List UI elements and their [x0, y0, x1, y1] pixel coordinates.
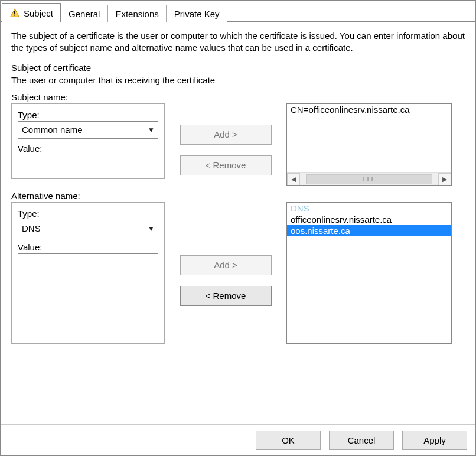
horizontal-scrollbar[interactable]: ◀ III ▶	[287, 172, 451, 185]
alt-type-label: Type:	[18, 209, 158, 219]
alternative-name-row: Type: DNS ▼ Value: Add > < Remove	[11, 202, 465, 344]
list-header: DNS	[287, 203, 451, 214]
subject-type-select[interactable]: Common name	[18, 121, 158, 139]
scroll-track[interactable]: III	[300, 173, 438, 185]
subject-description: The subject of a certificate is the user…	[11, 30, 465, 54]
ok-button[interactable]: OK	[256, 431, 321, 450]
scroll-left-arrow-icon[interactable]: ◀	[287, 173, 300, 185]
subject-add-button[interactable]: Add >	[180, 125, 272, 145]
dialog-footer: OK Cancel Apply	[1, 424, 475, 455]
svg-rect-2	[14, 15, 15, 16]
tab-panel-subject: The subject of a certificate is the user…	[1, 21, 475, 424]
subject-name-buttons: Add > < Remove	[169, 103, 282, 175]
alternative-name-buttons: Add > < Remove	[169, 202, 282, 306]
alt-remove-button[interactable]: < Remove	[180, 286, 272, 306]
tab-general-label: General	[69, 9, 100, 19]
alternative-name-listbox[interactable]: DNS officeonlinesrv.nissarte.ca oos.niss…	[286, 202, 452, 344]
subject-value-label: Value:	[18, 144, 158, 154]
certificate-properties-dialog: Subject General Extensions Private Key T…	[0, 0, 476, 456]
subject-type-label: Type:	[18, 110, 158, 120]
subject-remove-button[interactable]: < Remove	[180, 155, 272, 175]
warning-icon	[9, 8, 20, 18]
tab-extensions[interactable]: Extensions	[107, 5, 166, 22]
list-item[interactable]: officeonlinesrv.nissarte.ca	[287, 214, 451, 225]
subject-name-listbox[interactable]: CN=officeonlinesrv.nissarte.ca ◀ III ▶	[286, 103, 452, 186]
alt-add-button[interactable]: Add >	[180, 255, 272, 275]
tab-subject-label: Subject	[24, 8, 53, 18]
cancel-button[interactable]: Cancel	[329, 431, 394, 450]
subject-name-panel: Type: Common name ▼ Value:	[11, 103, 165, 179]
tab-general[interactable]: General	[61, 5, 107, 22]
tab-extensions-label: Extensions	[115, 9, 158, 19]
alt-type-select[interactable]: DNS	[18, 220, 158, 237]
alt-value-input[interactable]	[18, 253, 158, 271]
subject-name-label: Subject name:	[11, 92, 465, 102]
subject-of-certificate-sub: The user or computer that is receiving t…	[11, 75, 465, 85]
list-item[interactable]: CN=officeonlinesrv.nissarte.ca	[287, 104, 451, 115]
tab-private-key[interactable]: Private Key	[167, 5, 227, 22]
scroll-right-arrow-icon[interactable]: ▶	[438, 173, 451, 185]
tab-private-key-label: Private Key	[174, 9, 220, 19]
subject-of-certificate-heading: Subject of certificate	[11, 63, 465, 73]
tab-subject[interactable]: Subject	[2, 3, 61, 22]
tab-strip: Subject General Extensions Private Key	[1, 1, 475, 22]
list-item[interactable]: oos.nissarte.ca	[287, 225, 451, 236]
alt-value-label: Value:	[18, 242, 158, 252]
apply-button[interactable]: Apply	[402, 431, 467, 450]
subject-value-input[interactable]	[18, 155, 158, 172]
alternative-name-label: Alternative name:	[11, 191, 465, 201]
alternative-name-panel: Type: DNS ▼ Value:	[11, 202, 165, 344]
subject-name-row: Type: Common name ▼ Value: Add > < Remov…	[11, 103, 465, 186]
svg-rect-1	[14, 11, 15, 14]
